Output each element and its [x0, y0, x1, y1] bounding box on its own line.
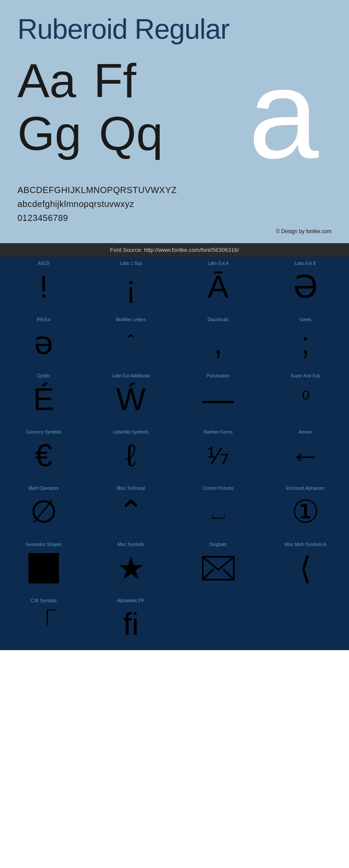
glyph-cell-miscsymbols: Misc Symbols ★ — [87, 538, 174, 594]
top-section: Ruberoid Regular Aa Ff Gg Qq a ABCDEFGHI… — [0, 0, 349, 243]
glyph-char-controlpics: ⎵ — [212, 492, 225, 532]
svg-line-1 — [202, 569, 213, 579]
glyph-cell-greek: Greek ; — [262, 313, 349, 369]
glyph-cell-miscmathsyma: Misc Math Symbols A ⟨ — [262, 538, 349, 594]
glyph-char-modletters: ˆ — [127, 324, 134, 363]
glyph-char-latinexta: Ā — [208, 268, 229, 307]
glyph-label-numforms: Number Forms — [178, 430, 258, 434]
glyph-cell-controlpics: Control Pictures ⎵ — [174, 481, 262, 538]
black-square-icon — [28, 553, 59, 583]
glyph-label-currency: Currency Symbols — [3, 430, 84, 434]
glyph-cell-latinextadd: Latin Ext Additional Ẃ — [87, 369, 174, 425]
lowercase-alphabet: abcdefghijklmnopqrstuvwxyz — [17, 197, 332, 211]
sample-gg: Gg — [17, 107, 82, 159]
glyph-label-miscsymbols: Misc Symbols — [91, 542, 171, 547]
glyph-row-7: CJK Symbols 「 Alphabetic PF ﬁ — [0, 594, 349, 650]
glyph-char-ipaext: ə — [34, 324, 53, 363]
glyph-label-latinexta: Latin Ext A — [178, 261, 258, 266]
glyph-cell-ipaext: IPA Ext ə — [0, 313, 87, 369]
font-source-bar: Font Source: http://www.fontke.com/font/… — [0, 243, 349, 257]
glyph-cell-latin1sup: Latin 1 Sup ¡ — [87, 257, 174, 313]
glyph-label-alphabeticpf: Alphabetic PF — [91, 598, 171, 603]
glyph-cell-ascii: ASCII ! — [0, 257, 87, 313]
glyph-label-cyrillic: Cyrillic — [3, 373, 84, 378]
glyph-char-superandsub: ⁰ — [301, 380, 310, 419]
glyph-row-5: Math Operators ∅ Misc Technical ⌃ Contro… — [0, 481, 349, 538]
glyph-char-enclosedalpha: ① — [291, 492, 320, 532]
glyph-label-geoshapes: Geometric Shapes — [3, 542, 84, 547]
glyph-row-6: Geometric Shapes Misc Symbols ★ Dingbats — [0, 538, 349, 594]
glyph-cell-numforms: Number Forms ¹⁄₇ — [174, 425, 262, 481]
glyph-label-misctechnical: Misc Technical — [91, 486, 171, 491]
glyph-cell-misctechnical: Misc Technical ⌃ — [87, 481, 174, 538]
glyph-char-alphabeticpf: ﬁ — [123, 605, 139, 644]
glyph-char-mathops: ∅ — [30, 492, 58, 532]
glyph-cell-arrows: Arrows ← — [262, 425, 349, 481]
glyph-char-currency: € — [35, 436, 52, 475]
glyph-cell-currency: Currency Symbols € — [0, 425, 87, 481]
star-icon: ★ — [117, 553, 145, 584]
glyph-char-punctuation: — — [202, 380, 234, 419]
glyph-label-superandsub: Super And Sub — [265, 373, 346, 378]
glyph-label-controlpics: Control Pictures — [178, 486, 258, 491]
glyph-cell-diacriticals: Diacriticals , — [174, 313, 262, 369]
glyph-char-miscmathsyma: ⟨ — [288, 549, 323, 588]
glyph-char-latin1sup: ¡ — [126, 268, 136, 307]
digits: 0123456789 — [17, 211, 332, 225]
uppercase-alphabet: ABCDEFGHIJKLMNOPQRSTUVWXYZ — [17, 183, 332, 197]
glyph-char-geoshapes — [26, 549, 61, 588]
glyph-label-modletters: Modifier Letters — [91, 317, 171, 322]
glyph-label-dingbats: Dingbats — [178, 542, 258, 547]
glyph-label-ascii: ASCII — [3, 261, 84, 266]
glyph-label-ipaext: IPA Ext — [3, 317, 84, 322]
svg-line-2 — [223, 569, 233, 579]
glyph-cell-latinexta: Latin Ext A Ā — [174, 257, 262, 313]
glyph-cell-alphabeticpf: Alphabetic PF ﬁ — [87, 594, 174, 650]
glyph-cell-empty1 — [174, 594, 262, 650]
glyph-char-ascii: ! — [39, 268, 48, 307]
glyph-cell-empty2 — [262, 594, 349, 650]
glyph-label-latin1sup: Latin 1 Sup — [91, 261, 171, 266]
glyph-label-diacriticals: Diacriticals — [178, 317, 258, 322]
glyph-label-letterlike: Letterlike Symbols — [91, 430, 171, 434]
glyph-cell-cjksymbols: CJK Symbols 「 — [0, 594, 87, 650]
glyph-row-1: ASCII ! Latin 1 Sup ¡ Latin Ext A Ā Lati… — [0, 257, 349, 313]
glyph-label-latinextb: Latin Ext B — [265, 261, 346, 266]
glyph-label-greek: Greek — [265, 317, 346, 322]
glyph-char-diacriticals: , — [214, 324, 222, 363]
glyph-cell-superandsub: Super And Sub ⁰ — [262, 369, 349, 425]
glyph-cell-geoshapes: Geometric Shapes — [0, 538, 87, 594]
glyph-label-latinextadd: Latin Ext Additional — [91, 373, 171, 378]
glyph-char-latinextadd: Ẃ — [116, 380, 146, 419]
glyph-label-arrows: Arrows — [265, 430, 346, 434]
glyph-char-cjksymbols: 「 — [28, 605, 59, 644]
glyph-row-2: IPA Ext ə Modifier Letters ˆ Diacritical… — [0, 313, 349, 369]
glyph-row-3: Cyrillic É Latin Ext Additional Ẃ Punctu… — [0, 369, 349, 425]
glyph-label-mathops: Math Operators — [3, 486, 84, 491]
glyph-label-enclosedalpha: Enclosed Alphanum — [265, 486, 346, 491]
glyph-cell-latinextb: Latin Ext B Ə — [262, 257, 349, 313]
glyph-label-cjksymbols: CJK Symbols — [3, 598, 84, 603]
copyright-text: © Design by fontke.com — [17, 228, 332, 234]
glyph-cell-mathops: Math Operators ∅ — [0, 481, 87, 538]
glyph-char-arrows: ← — [290, 436, 321, 475]
glyph-char-dingbats — [201, 549, 236, 588]
sample-aa: Aa — [17, 54, 76, 107]
glyph-label-punctuation: Punctuation — [178, 373, 258, 378]
glyph-cell-cyrillic: Cyrillic É — [0, 369, 87, 425]
glyph-char-numforms: ¹⁄₇ — [207, 436, 229, 475]
glyph-char-greek: ; — [301, 324, 310, 363]
glyph-char-cyrillic: É — [33, 380, 54, 419]
glyph-cell-modletters: Modifier Letters ˆ — [87, 313, 174, 369]
glyph-label-miscmathsyma: Misc Math Symbols A — [265, 542, 346, 547]
font-title: Ruberoid Regular — [17, 13, 332, 45]
bottom-section: ASCII ! Latin 1 Sup ¡ Latin Ext A Ā Lati… — [0, 257, 349, 650]
font-source-text: Font Source: http://www.fontke.com/font/… — [110, 247, 239, 253]
glyph-char-miscsymbols: ★ — [113, 549, 148, 588]
large-letter-a: a — [248, 54, 318, 174]
glyph-char-misctechnical: ⌃ — [118, 492, 144, 532]
alphabet-section: ABCDEFGHIJKLMNOPQRSTUVWXYZ abcdefghijklm… — [17, 183, 332, 225]
glyph-cell-punctuation: Punctuation — — [174, 369, 262, 425]
glyph-cell-letterlike: Letterlike Symbols ℓ — [87, 425, 174, 481]
glyph-char-latinextb: Ə — [293, 268, 318, 307]
